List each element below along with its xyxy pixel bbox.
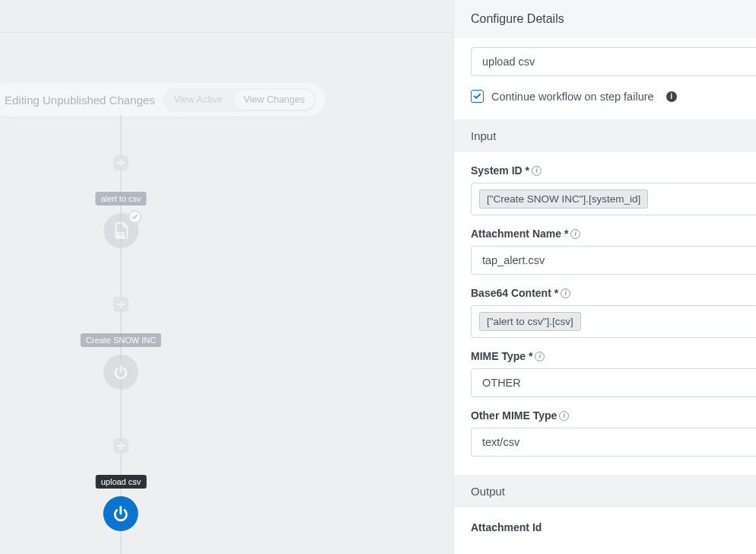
info-icon[interactable]: i bbox=[561, 288, 570, 298]
base64-input[interactable]: ["alert to csv"].[csv] bbox=[471, 305, 756, 338]
section-output: Output bbox=[454, 475, 756, 508]
section-input: Input bbox=[454, 119, 756, 152]
attachment-name-input[interactable] bbox=[471, 246, 756, 275]
continue-on-failure-label: Continue workflow on step failure bbox=[491, 91, 654, 103]
system-id-label: System ID * i bbox=[471, 164, 756, 177]
info-icon[interactable]: i bbox=[532, 166, 542, 176]
variable-pill[interactable]: ["alert to csv"].[csv] bbox=[479, 312, 581, 331]
info-icon[interactable]: i bbox=[570, 229, 580, 239]
step-name-input[interactable] bbox=[471, 47, 756, 76]
info-icon[interactable]: i bbox=[666, 91, 677, 102]
base64-label: Base64 Content * i bbox=[471, 287, 756, 299]
continue-on-failure-checkbox[interactable] bbox=[471, 90, 484, 103]
panel-title: Configure Details bbox=[454, 0, 756, 38]
attachment-name-label: Attachment Name * i bbox=[471, 228, 756, 240]
other-mime-input[interactable] bbox=[471, 428, 756, 457]
mime-type-select[interactable] bbox=[471, 368, 756, 397]
other-mime-label: Other MIME Type i bbox=[471, 409, 756, 422]
info-icon[interactable]: i bbox=[535, 352, 545, 361]
configure-panel: Configure Details Continue workflow on s… bbox=[453, 0, 756, 554]
attachment-id-label: Attachment Id bbox=[471, 521, 756, 533]
variable-pill[interactable]: ["Create SNOW INC"].[system_id] bbox=[479, 189, 648, 209]
system-id-input[interactable]: ["Create SNOW INC"].[system_id] bbox=[471, 183, 756, 215]
mime-type-label: MIME Type * i bbox=[471, 350, 756, 362]
info-icon[interactable]: i bbox=[559, 411, 569, 421]
workflow-canvas[interactable]: Editing Unpublished Changes View Active … bbox=[0, 0, 453, 554]
